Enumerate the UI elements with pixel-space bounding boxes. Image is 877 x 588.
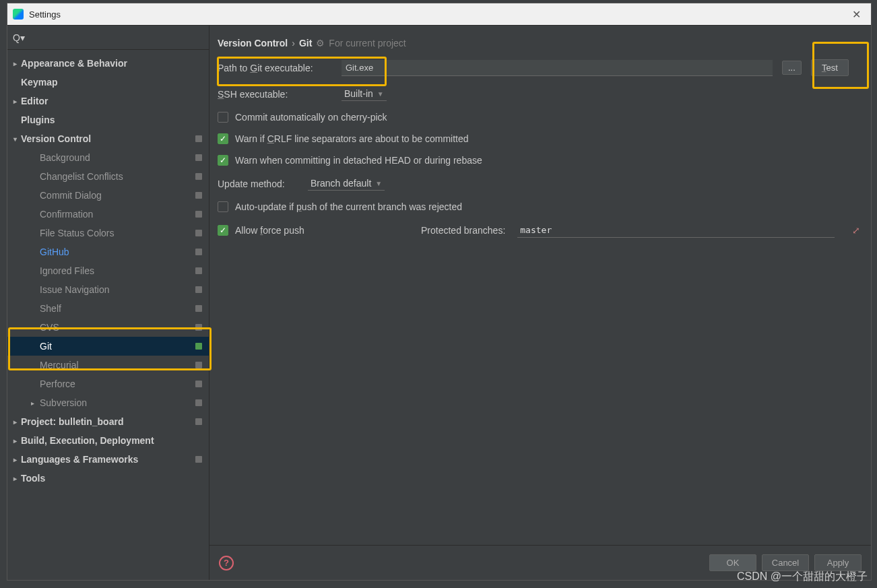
sidebar-item-plugins[interactable]: Plugins: [7, 110, 209, 129]
sidebar-item-background[interactable]: Background: [7, 148, 209, 167]
force-push-label: Allow force push: [235, 225, 304, 236]
sidebar-item-label: Tools: [21, 473, 45, 484]
sidebar-item-github[interactable]: GitHub: [7, 242, 209, 261]
sidebar-item-label: CVS: [40, 322, 59, 333]
sidebar-item-label: Languages & Frameworks: [21, 454, 138, 465]
sidebar-item-keymap[interactable]: Keymap: [7, 73, 209, 92]
chevron-right-icon: ▸: [11, 418, 18, 426]
chevron-down-icon: ▼: [375, 180, 382, 187]
force-push-row: ✓ Allow force push Protected branches: ⤢: [218, 223, 860, 238]
update-method-label: Update method:: [218, 178, 298, 189]
sidebar-item-project-bulletin-board[interactable]: ▸Project: bulletin_board: [7, 412, 209, 431]
project-badge-icon: [195, 192, 202, 199]
dialog-body: Q▾ ▸Appearance & BehaviorKeymap▸EditorPl…: [7, 25, 871, 580]
breadcrumb-sep: ›: [292, 38, 295, 48]
project-badge-icon: [195, 211, 202, 218]
app-icon: [13, 9, 24, 20]
sidebar-item-label: Editor: [21, 96, 48, 106]
crlf-label: Warn if CRLF line separators are about t…: [235, 133, 469, 144]
sidebar-item-label: Version Control: [21, 133, 91, 144]
project-badge-icon: [195, 362, 202, 368]
chevron-down-icon: ▼: [377, 90, 384, 98]
sidebar-item-editor[interactable]: ▸Editor: [7, 92, 209, 110]
project-badge-icon: [195, 324, 202, 331]
sidebar-item-ignored-files[interactable]: Ignored Files: [7, 261, 209, 280]
breadcrumb-leaf: Git: [299, 38, 312, 48]
update-method-value: Branch default: [311, 178, 371, 189]
git-path-label: Path to Git executable:: [218, 63, 332, 73]
ssh-select[interactable]: Built-in ▼: [342, 87, 387, 101]
cancel-button[interactable]: Cancel: [762, 554, 809, 571]
breadcrumb-root[interactable]: Version Control: [218, 38, 288, 48]
sidebar-item-label: Git: [40, 341, 52, 352]
detached-check[interactable]: ✓ Warn when committing in detached HEAD …: [218, 155, 860, 166]
sidebar-item-tools[interactable]: ▸Tools: [7, 469, 209, 488]
settings-dialog: Settings ✕ Q▾ ▸Appearance & BehaviorKeym…: [7, 3, 872, 581]
ssh-value: Built-in: [344, 88, 373, 99]
sidebar-item-label: Subversion: [40, 397, 87, 408]
sidebar-item-commit-dialog[interactable]: Commit Dialog: [7, 186, 209, 205]
protected-branches-input[interactable]: [517, 223, 835, 238]
sidebar-item-label: Shelf: [40, 303, 61, 314]
sidebar-item-languages-frameworks[interactable]: ▸Languages & Frameworks: [7, 450, 209, 469]
apply-button[interactable]: Apply: [814, 554, 862, 571]
git-path-input[interactable]: [342, 60, 773, 76]
project-badge-icon: [195, 399, 202, 406]
sidebar-item-label: Commit Dialog: [40, 190, 102, 201]
sidebar-item-version-control[interactable]: ▾Version Control: [7, 129, 209, 148]
project-badge-icon: [195, 249, 202, 255]
chevron-right-icon: ▸: [11, 98, 18, 105]
checkbox-icon: [218, 201, 228, 212]
window-title: Settings: [29, 9, 847, 20]
search-row: Q▾: [7, 26, 209, 50]
sidebar-item-git[interactable]: Git: [7, 337, 209, 356]
chevron-right-icon: ▸: [29, 399, 36, 407]
detached-label: Warn when committing in detached HEAD or…: [235, 155, 482, 166]
sidebar-item-issue-navigation[interactable]: Issue Navigation: [7, 280, 209, 299]
sidebar-item-cvs[interactable]: CVS: [7, 318, 209, 337]
ok-button[interactable]: OK: [709, 554, 756, 571]
chevron-right-icon: ▸: [11, 456, 18, 463]
test-button[interactable]: Test: [811, 59, 849, 76]
sidebar-item-confirmation[interactable]: Confirmation: [7, 205, 209, 224]
sidebar-item-file-status-colors[interactable]: File Status Colors: [7, 224, 209, 242]
sidebar-item-changelist-conflicts[interactable]: Changelist Conflicts: [7, 167, 209, 186]
sidebar-item-label: Appearance & Behavior: [21, 58, 127, 69]
sidebar-item-label: Perforce: [40, 379, 75, 389]
update-method-select[interactable]: Branch default ▼: [308, 176, 385, 191]
checkbox-icon: [218, 112, 228, 123]
sidebar-item-label: Confirmation: [40, 209, 93, 220]
checkbox-checked-icon: ✓: [218, 155, 228, 166]
project-badge-icon: [195, 135, 202, 142]
sidebar-item-build-execution-deployment[interactable]: ▸Build, Execution, Deployment: [7, 431, 209, 450]
crlf-check[interactable]: ✓ Warn if CRLF line separators are about…: [218, 133, 860, 144]
search-icon[interactable]: Q▾: [13, 32, 25, 43]
sidebar-item-label: File Status Colors: [40, 228, 114, 238]
sidebar-item-label: Ignored Files: [40, 265, 94, 276]
sidebar-item-mercurial[interactable]: Mercurial: [7, 356, 209, 374]
help-icon[interactable]: ?: [219, 556, 234, 570]
sidebar-item-shelf[interactable]: Shelf: [7, 299, 209, 318]
sidebar-item-subversion[interactable]: ▸Subversion: [7, 393, 209, 412]
sidebar-item-appearance-behavior[interactable]: ▸Appearance & Behavior: [7, 54, 209, 73]
auto-update-label: Auto-update if push of the current branc…: [235, 201, 462, 212]
close-icon[interactable]: ✕: [847, 5, 866, 24]
project-badge-icon: [195, 343, 202, 350]
project-badge-icon: [195, 305, 202, 312]
settings-tree: ▸Appearance & BehaviorKeymap▸EditorPlugi…: [7, 50, 209, 580]
settings-sidebar: Q▾ ▸Appearance & BehaviorKeymap▸EditorPl…: [7, 26, 209, 580]
chevron-down-icon: ▾: [11, 135, 18, 143]
sidebar-item-label: Keymap: [21, 77, 57, 88]
auto-update-check[interactable]: Auto-update if push of the current branc…: [218, 201, 860, 212]
expand-icon[interactable]: ⤢: [852, 225, 860, 236]
sidebar-item-perforce[interactable]: Perforce: [7, 374, 209, 393]
gear-icon: ⚙: [316, 38, 325, 48]
chevron-right-icon: ▸: [11, 437, 18, 445]
cherry-pick-check[interactable]: Commit automatically on cherry-pick: [218, 112, 860, 123]
browse-button[interactable]: ...: [782, 61, 802, 75]
ssh-executable-row: SSH executable: Built-in ▼: [218, 87, 860, 101]
force-push-check[interactable]: ✓ Allow force push: [218, 225, 409, 236]
project-badge-icon: [195, 286, 202, 293]
checkbox-checked-icon: ✓: [218, 133, 228, 144]
sidebar-item-label: Mercurial: [40, 360, 79, 370]
